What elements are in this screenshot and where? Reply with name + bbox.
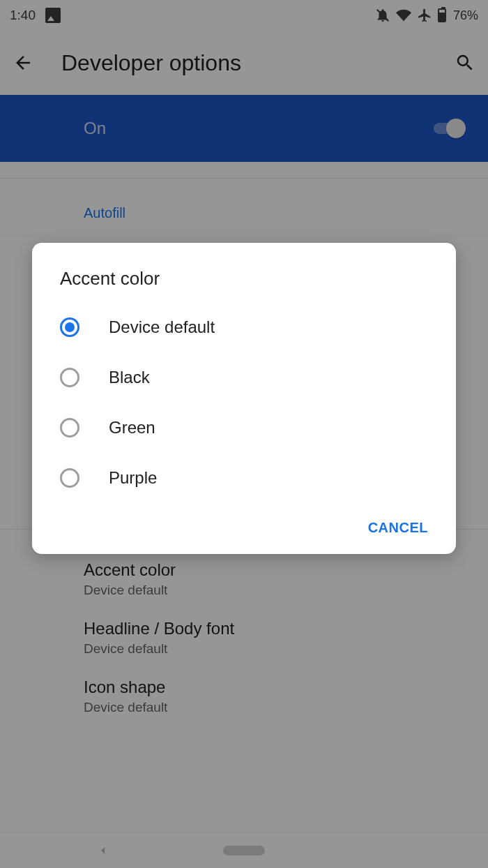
accent-color-dialog: Accent color Device default Black Green … <box>32 243 456 554</box>
option-label: Device default <box>109 317 215 337</box>
dialog-title: Accent color <box>32 268 456 302</box>
cancel-button[interactable]: CANCEL <box>368 520 428 536</box>
option-green[interactable]: Green <box>32 403 456 453</box>
option-label: Green <box>109 418 155 437</box>
radio-icon <box>60 368 79 387</box>
option-black[interactable]: Black <box>32 352 456 403</box>
radio-icon <box>60 418 79 437</box>
radio-icon <box>60 468 79 488</box>
option-purple[interactable]: Purple <box>32 453 456 503</box>
radio-icon <box>60 317 79 337</box>
option-device-default[interactable]: Device default <box>32 302 456 352</box>
option-label: Purple <box>109 468 157 488</box>
option-label: Black <box>109 368 150 387</box>
